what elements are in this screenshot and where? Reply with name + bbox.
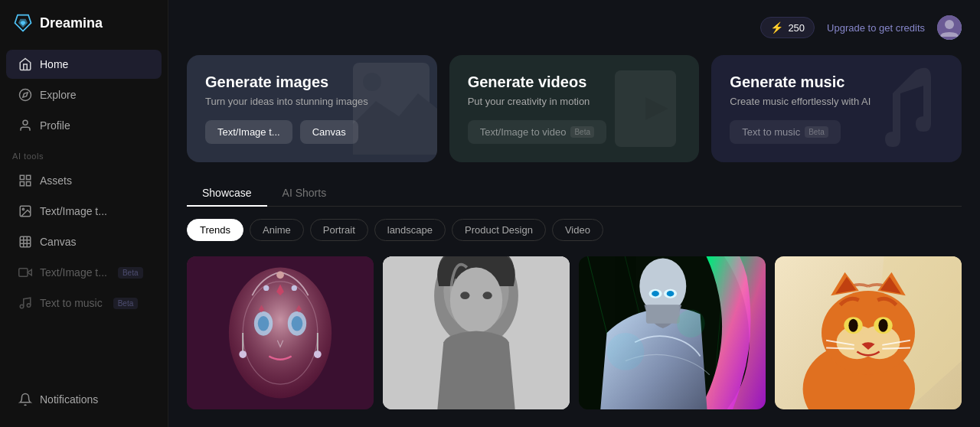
text-music-beta: Beta: [113, 298, 139, 309]
sidebar-item-canvas[interactable]: Canvas: [6, 227, 162, 256]
dreamina-logo-icon: [12, 12, 34, 34]
user-icon: [18, 119, 32, 132]
text-image-video-button[interactable]: Text/Image to video Beta: [468, 120, 606, 144]
logo-text: Dreamina: [40, 15, 103, 31]
bw-portrait-image: [383, 256, 570, 409]
text-image-video-label: Text/Image t...: [40, 266, 107, 279]
svg-rect-12: [20, 236, 31, 247]
filter-trends[interactable]: Trends: [187, 219, 243, 241]
svg-point-20: [27, 304, 31, 308]
logo[interactable]: Dreamina: [0, 12, 168, 49]
svg-point-51: [483, 292, 492, 299]
sidebar-item-assets[interactable]: Assets: [6, 166, 162, 195]
music-icon: [18, 296, 32, 310]
svg-point-72: [848, 319, 858, 332]
music-card-title: Generate music: [730, 73, 943, 91]
svg-point-63: [677, 310, 705, 338]
music-beta-tag: Beta: [805, 126, 828, 138]
assets-label: Assets: [40, 174, 72, 187]
svg-point-41: [239, 350, 247, 358]
text-music-button[interactable]: Text to music Beta: [730, 120, 840, 144]
ai-tools-label: AI tools: [0, 141, 168, 165]
sidebar-item-text-image[interactable]: Text/Image t...: [6, 197, 162, 226]
gallery-item-bw-portrait[interactable]: [383, 256, 570, 409]
svg-point-64: [607, 333, 645, 370]
svg-line-77: [882, 348, 910, 349]
canvas-label: Canvas: [40, 236, 76, 248]
svg-rect-18: [19, 269, 28, 277]
text-image-video-beta: Beta: [118, 267, 143, 279]
svg-rect-6: [20, 175, 24, 179]
filter-video[interactable]: Video: [552, 219, 603, 241]
sidebar-item-explore[interactable]: Explore: [6, 80, 162, 109]
sidebar-item-profile[interactable]: Profile: [6, 111, 162, 140]
bell-icon: [18, 393, 32, 406]
svg-point-19: [20, 305, 24, 308]
filter-anime[interactable]: Anime: [250, 219, 304, 241]
canvas-button[interactable]: Canvas: [300, 120, 358, 144]
filter-product-design[interactable]: Product Design: [452, 219, 546, 241]
home-icon: [18, 57, 32, 71]
image-grid: [187, 256, 962, 409]
svg-point-34: [276, 271, 284, 279]
image-plus-icon: [18, 204, 32, 218]
filter-landscape[interactable]: landscape: [374, 219, 446, 241]
sidebar: Dreamina Home Explore Profile AI tools A…: [0, 0, 168, 427]
filter-portrait[interactable]: Portrait: [310, 219, 368, 241]
avatar[interactable]: [937, 15, 962, 40]
text-image-label: Text/Image t...: [40, 205, 107, 217]
text-music-btn-label: Text to music: [742, 126, 800, 138]
tab-ai-shorts[interactable]: AI Shorts: [267, 181, 342, 207]
svg-point-62: [667, 291, 675, 296]
text-image-button[interactable]: Text/Image t...: [205, 120, 292, 144]
sidebar-item-text-music[interactable]: Text to music Beta: [6, 288, 162, 318]
svg-point-73: [878, 319, 887, 332]
compass-icon: [18, 88, 32, 102]
music-card-subtitle: Create music effortlessly with AI: [730, 96, 943, 107]
svg-point-3: [20, 90, 31, 101]
sidebar-item-text-image-video[interactable]: Text/Image t... Beta: [6, 258, 162, 287]
tabs-row: Showcase AI Shorts: [187, 181, 962, 207]
main-content: ⚡ 250 Upgrade to get credits Generate im…: [168, 0, 980, 427]
credits-pill: ⚡ 250: [760, 17, 815, 38]
home-label: Home: [40, 58, 68, 70]
gallery-item-robot-woman[interactable]: [187, 256, 374, 409]
svg-point-11: [22, 208, 24, 210]
svg-rect-7: [27, 175, 31, 179]
grid-icon: [18, 174, 32, 187]
credits-amount: 250: [788, 22, 805, 34]
svg-point-49: [450, 268, 502, 333]
generate-images-card: Generate images Turn your ideas into stu…: [187, 55, 437, 162]
tab-showcase[interactable]: Showcase: [187, 181, 267, 207]
svg-rect-9: [27, 182, 31, 186]
generate-music-card: Generate music Create music effortlessly…: [711, 55, 962, 162]
video-icon: [18, 266, 32, 279]
sidebar-item-notifications[interactable]: Notifications: [6, 385, 162, 414]
canvas-icon: [18, 235, 32, 249]
svg-point-22: [945, 20, 954, 29]
svg-point-5: [23, 120, 28, 125]
gallery-item-cyber-girl[interactable]: [579, 256, 766, 409]
videos-card-subtitle: Put your creativity in motion: [468, 96, 681, 107]
videos-card-title: Generate videos: [468, 73, 681, 91]
svg-point-61: [652, 291, 659, 296]
robot-woman-image: [187, 256, 374, 409]
credits-icon: ⚡: [770, 21, 783, 34]
svg-marker-17: [28, 269, 31, 275]
upgrade-button[interactable]: Upgrade to get credits: [824, 22, 928, 34]
cyber-girl-image: [579, 256, 766, 409]
cards-row: Generate images Turn your ideas into stu…: [187, 55, 962, 162]
tiger-image: [775, 256, 962, 409]
svg-marker-4: [23, 93, 28, 97]
video-beta-tag: Beta: [570, 126, 594, 138]
generate-videos-card: Generate videos Put your creativity in m…: [449, 55, 700, 162]
gallery-item-tiger[interactable]: [775, 256, 962, 409]
images-card-subtitle: Turn your ideas into stunning images: [205, 96, 419, 107]
profile-label: Profile: [40, 119, 70, 132]
explore-label: Explore: [40, 89, 76, 101]
notifications-label: Notifications: [40, 393, 98, 406]
svg-line-75: [826, 348, 854, 349]
filter-row: Trends Anime Portrait landscape Product …: [187, 219, 962, 241]
svg-point-32: [292, 316, 303, 331]
sidebar-item-home[interactable]: Home: [6, 50, 162, 79]
